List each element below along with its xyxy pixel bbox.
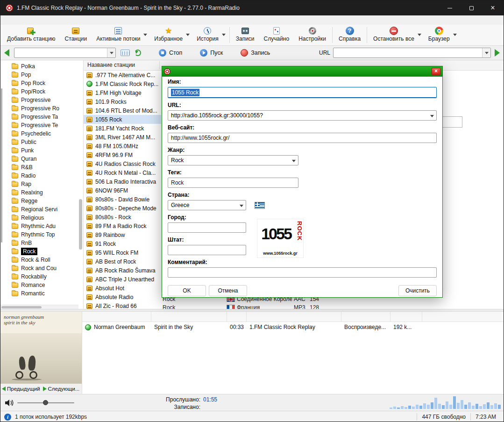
station-row[interactable]: 48 FM 105.0MHz [84,142,161,150]
refresh-icon[interactable] [135,50,141,56]
toolbar-button[interactable]: Справка [334,25,365,45]
station-row[interactable]: 4U Rock N Metal - Cla... [84,168,161,177]
url-input-dropdown[interactable] [428,111,436,120]
toolbar-button[interactable]: История [192,25,228,45]
station-row[interactable]: 80s80s - Depeche Mode [84,204,161,213]
station-row[interactable]: 181.FM Yacht Rock [84,124,161,133]
menu-item[interactable] [5,19,14,21]
previous-button[interactable]: Предыдущий [0,386,42,392]
now-playing-column-header[interactable] [390,312,422,322]
genre-tree-item[interactable]: Pop [5,71,78,79]
toolbar-button[interactable]: Станции [60,25,92,45]
website-input[interactable] [168,133,437,143]
tags-input[interactable] [168,178,298,188]
dropdown-arrow-icon[interactable] [143,34,147,38]
menu-item[interactable] [22,19,30,21]
genre-tree-item[interactable]: Regge [5,197,78,205]
now-playing-column-header[interactable] [82,312,151,322]
station-row[interactable]: 1.FM Classic Rock Rep... [84,79,161,88]
genre-tree-item[interactable]: Romance [5,281,78,289]
station-row[interactable]: 95 WIIL Rock FM [84,248,161,257]
station-row[interactable]: 101.9 Rocks [84,97,161,106]
genre-tree-item[interactable]: Psychedelic [5,129,78,138]
genre-tree-item[interactable]: Polka [5,62,78,71]
column-separator[interactable] [159,61,160,69]
toolbar-button[interactable]: Записи [231,25,259,45]
name-input[interactable]: 1055 Rock [168,87,437,98]
station-row[interactable]: 4RFM 96.9 FM [84,150,161,159]
toolbar-button[interactable]: Настройки [294,25,331,45]
city-input[interactable] [168,222,246,233]
genre-tree-item[interactable]: Pop/Rock [5,87,78,96]
search-combo-dropdown[interactable] [107,48,115,57]
station-row[interactable]: 89 Rainbow [84,230,161,239]
genre-tree-item[interactable]: R&B [5,163,78,172]
genre-tree-item[interactable]: Rhythmic Top [5,230,78,239]
tree-horizontal-scrollbar[interactable] [0,305,78,309]
genre-tree-item[interactable]: Quran [5,155,78,163]
station-row[interactable]: 80s80s - Rock [84,213,161,222]
station-table-row[interactable]: Rock Франция MP3 128 [84,303,504,309]
url-input[interactable]: http://radio.1055rock.gr:30000/1055? [168,110,437,121]
tree-vertical-scrollbar[interactable] [79,199,82,250]
toolbar-button[interactable]: Активные потоки [92,25,149,45]
country-select[interactable]: Greece [168,200,246,210]
volume-slider[interactable] [17,398,74,408]
dropdown-arrow-icon[interactable] [222,34,226,38]
url-combo[interactable] [333,48,491,58]
now-playing-column-header[interactable] [227,312,247,322]
tree-left-scrollbar[interactable] [1,88,2,243]
station-row[interactable]: 506 La Radio Interactiva [84,177,161,186]
speaker-icon[interactable] [4,399,14,409]
dialog-close-button[interactable]: × [432,68,440,75]
toolbar-button[interactable]: Случайно [259,25,294,45]
genre-tree-item[interactable]: RnB [5,239,78,247]
genre-tree-item[interactable]: Rock & Roll [5,256,78,264]
maximize-button[interactable] [461,0,482,15]
back-arrow-icon[interactable] [4,49,9,57]
scrollbar-handle[interactable] [1,306,42,308]
menu-item[interactable] [30,19,39,21]
station-row[interactable]: AB Best of Rock [84,257,161,266]
now-playing-row[interactable]: Norman Greenbaum Spirit in the Sky 00:33… [82,322,504,332]
url-combo-dropdown[interactable] [482,48,490,57]
genre-tree-item[interactable]: Rockabilly [5,272,78,281]
now-playing-column-header[interactable] [341,312,390,322]
search-combo[interactable] [14,48,116,58]
genre-tree-item[interactable]: Regional Servi [5,205,78,214]
station-row[interactable]: 1.FM High Voltage [84,88,161,97]
genre-tree-item[interactable]: Realxing [5,188,78,197]
genre-tree-item[interactable]: Rock and Cou [5,264,78,272]
genre-tree-item[interactable]: Pop Rock [5,79,78,87]
clear-button[interactable]: Очистить [398,285,437,296]
dropdown-arrow-icon[interactable] [186,34,190,38]
dropdown-arrow-icon[interactable] [453,34,457,38]
genre-tree-item[interactable]: Progressive [5,96,78,104]
play-button[interactable]: Пуск [200,49,223,57]
genre-tree-item[interactable]: Romantic [5,289,78,298]
genre-tree-item[interactable]: Religious [5,214,78,222]
station-row[interactable]: 6NOW 96FM [84,186,161,195]
close-button[interactable]: × [482,0,504,15]
toolbar-button[interactable]: Избранное [149,25,192,45]
menu-item[interactable] [14,19,22,21]
keyboard-icon[interactable] [121,50,130,56]
genre-tree-item[interactable]: Punk [5,146,78,155]
state-input[interactable] [168,245,246,255]
volume-thumb[interactable] [43,400,48,405]
toolbar-button[interactable]: Добавить станцию [2,25,60,45]
cancel-button[interactable]: Отмена [209,285,247,296]
genre-tree-item[interactable]: Radio [5,172,78,180]
station-row[interactable]: AB Rock Radio Šumava [84,266,161,275]
genre-tree-item[interactable]: Public [5,138,78,146]
genre-tree-item[interactable]: Rhythmic Adu [5,222,78,230]
country-select-dropdown[interactable] [237,200,246,210]
ok-button[interactable]: OK [168,285,206,296]
station-row[interactable]: 4U Radios Classic Rock [84,159,161,168]
next-button[interactable]: Следующи... [42,386,81,392]
station-row[interactable]: 3ML River 1467 AM M... [84,133,161,142]
station-row[interactable]: .977 The Alternative C... [84,71,161,79]
genre-tree-item[interactable]: Rap [5,180,78,188]
now-playing-column-header[interactable] [151,312,227,322]
station-row[interactable]: 104.6 RTL Best of Mod... [84,106,161,115]
